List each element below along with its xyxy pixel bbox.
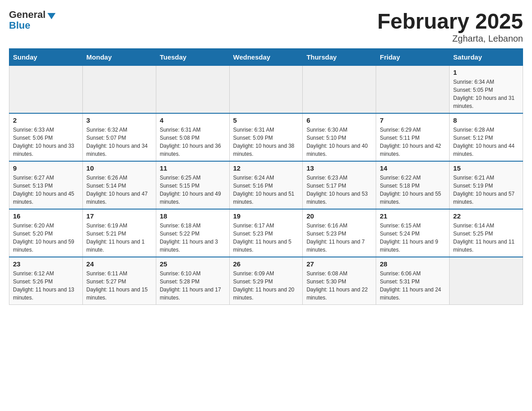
days-of-week-row: SundayMondayTuesdayWednesdayThursdayFrid… — [9, 49, 523, 66]
day-of-week-header: Thursday — [303, 49, 376, 66]
calendar-cell: 13Sunrise: 6:23 AM Sunset: 5:17 PM Dayli… — [303, 161, 376, 209]
day-number: 17 — [86, 212, 152, 220]
day-number: 8 — [453, 116, 519, 124]
day-info: Sunrise: 6:33 AM Sunset: 5:06 PM Dayligh… — [13, 126, 79, 158]
logo-general-text: General — [9, 9, 46, 21]
calendar-cell: 12Sunrise: 6:24 AM Sunset: 5:16 PM Dayli… — [229, 161, 303, 209]
day-number: 13 — [306, 164, 372, 172]
calendar-cell: 16Sunrise: 6:20 AM Sunset: 5:20 PM Dayli… — [9, 209, 83, 257]
day-number: 10 — [86, 164, 152, 172]
day-number: 4 — [160, 116, 226, 124]
day-number: 11 — [160, 164, 226, 172]
calendar-cell: 5Sunrise: 6:31 AM Sunset: 5:09 PM Daylig… — [229, 113, 303, 161]
day-info: Sunrise: 6:08 AM Sunset: 5:30 PM Dayligh… — [306, 270, 372, 302]
calendar-cell — [450, 257, 523, 305]
day-info: Sunrise: 6:31 AM Sunset: 5:08 PM Dayligh… — [160, 126, 226, 158]
day-info: Sunrise: 6:29 AM Sunset: 5:11 PM Dayligh… — [380, 126, 446, 158]
day-number: 20 — [306, 212, 372, 220]
calendar-cell: 23Sunrise: 6:12 AM Sunset: 5:26 PM Dayli… — [9, 257, 83, 305]
day-number: 24 — [86, 260, 152, 268]
calendar-cell: 14Sunrise: 6:22 AM Sunset: 5:18 PM Dayli… — [376, 161, 450, 209]
calendar-cell: 10Sunrise: 6:26 AM Sunset: 5:14 PM Dayli… — [82, 161, 156, 209]
page-title: February 2025 — [377, 9, 523, 34]
day-number: 23 — [13, 260, 79, 268]
day-info: Sunrise: 6:24 AM Sunset: 5:16 PM Dayligh… — [233, 174, 299, 206]
page-subtitle: Zgharta, Lebanon — [377, 34, 523, 44]
day-info: Sunrise: 6:27 AM Sunset: 5:13 PM Dayligh… — [13, 174, 79, 206]
day-info: Sunrise: 6:20 AM Sunset: 5:20 PM Dayligh… — [13, 222, 79, 254]
calendar-cell: 15Sunrise: 6:21 AM Sunset: 5:19 PM Dayli… — [450, 161, 523, 209]
day-info: Sunrise: 6:14 AM Sunset: 5:25 PM Dayligh… — [453, 222, 519, 254]
day-info: Sunrise: 6:18 AM Sunset: 5:22 PM Dayligh… — [160, 222, 226, 254]
day-number: 16 — [13, 212, 79, 220]
calendar-week-row: 9Sunrise: 6:27 AM Sunset: 5:13 PM Daylig… — [9, 161, 523, 209]
day-of-week-header: Wednesday — [229, 49, 303, 66]
calendar-cell: 6Sunrise: 6:30 AM Sunset: 5:10 PM Daylig… — [303, 113, 376, 161]
logo-arrow-icon — [47, 13, 56, 19]
calendar-week-row: 1Sunrise: 6:34 AM Sunset: 5:05 PM Daylig… — [9, 66, 523, 114]
logo: General Blue — [9, 9, 56, 31]
day-info: Sunrise: 6:06 AM Sunset: 5:31 PM Dayligh… — [380, 270, 446, 302]
calendar-week-row: 23Sunrise: 6:12 AM Sunset: 5:26 PM Dayli… — [9, 257, 523, 305]
day-info: Sunrise: 6:11 AM Sunset: 5:27 PM Dayligh… — [86, 270, 152, 302]
day-number: 22 — [453, 212, 519, 220]
day-number: 28 — [380, 260, 446, 268]
day-of-week-header: Tuesday — [156, 49, 229, 66]
day-of-week-header: Saturday — [450, 49, 523, 66]
calendar-header: SundayMondayTuesdayWednesdayThursdayFrid… — [9, 49, 523, 66]
calendar-cell: 27Sunrise: 6:08 AM Sunset: 5:30 PM Dayli… — [303, 257, 376, 305]
page-header: General Blue February 2025 Zgharta, Leba… — [9, 9, 523, 44]
calendar-cell — [376, 66, 450, 114]
day-info: Sunrise: 6:12 AM Sunset: 5:26 PM Dayligh… — [13, 270, 79, 302]
calendar-cell: 4Sunrise: 6:31 AM Sunset: 5:08 PM Daylig… — [156, 113, 229, 161]
calendar-cell: 19Sunrise: 6:17 AM Sunset: 5:23 PM Dayli… — [229, 209, 303, 257]
day-number: 5 — [233, 116, 299, 124]
day-info: Sunrise: 6:31 AM Sunset: 5:09 PM Dayligh… — [233, 126, 299, 158]
calendar-cell: 18Sunrise: 6:18 AM Sunset: 5:22 PM Dayli… — [156, 209, 229, 257]
calendar-cell — [82, 66, 156, 114]
day-info: Sunrise: 6:26 AM Sunset: 5:14 PM Dayligh… — [86, 174, 152, 206]
day-of-week-header: Friday — [376, 49, 450, 66]
day-info: Sunrise: 6:10 AM Sunset: 5:28 PM Dayligh… — [160, 270, 226, 302]
day-info: Sunrise: 6:22 AM Sunset: 5:18 PM Dayligh… — [380, 174, 446, 206]
day-info: Sunrise: 6:16 AM Sunset: 5:23 PM Dayligh… — [306, 222, 372, 254]
calendar-cell: 21Sunrise: 6:15 AM Sunset: 5:24 PM Dayli… — [376, 209, 450, 257]
calendar-cell: 9Sunrise: 6:27 AM Sunset: 5:13 PM Daylig… — [9, 161, 83, 209]
day-info: Sunrise: 6:15 AM Sunset: 5:24 PM Dayligh… — [380, 222, 446, 254]
calendar-table: SundayMondayTuesdayWednesdayThursdayFrid… — [9, 48, 523, 305]
day-info: Sunrise: 6:34 AM Sunset: 5:05 PM Dayligh… — [453, 78, 519, 110]
calendar-cell: 1Sunrise: 6:34 AM Sunset: 5:05 PM Daylig… — [450, 66, 523, 114]
day-info: Sunrise: 6:23 AM Sunset: 5:17 PM Dayligh… — [306, 174, 372, 206]
title-block: February 2025 Zgharta, Lebanon — [377, 9, 523, 44]
calendar-cell: 25Sunrise: 6:10 AM Sunset: 5:28 PM Dayli… — [156, 257, 229, 305]
day-info: Sunrise: 6:09 AM Sunset: 5:29 PM Dayligh… — [233, 270, 299, 302]
day-info: Sunrise: 6:21 AM Sunset: 5:19 PM Dayligh… — [453, 174, 519, 206]
day-number: 7 — [380, 116, 446, 124]
day-number: 6 — [306, 116, 372, 124]
day-number: 12 — [233, 164, 299, 172]
day-number: 26 — [233, 260, 299, 268]
day-number: 3 — [86, 116, 152, 124]
calendar-cell: 28Sunrise: 6:06 AM Sunset: 5:31 PM Dayli… — [376, 257, 450, 305]
day-number: 19 — [233, 212, 299, 220]
calendar-cell: 2Sunrise: 6:33 AM Sunset: 5:06 PM Daylig… — [9, 113, 83, 161]
day-info: Sunrise: 6:32 AM Sunset: 5:07 PM Dayligh… — [86, 126, 152, 158]
calendar-cell: 22Sunrise: 6:14 AM Sunset: 5:25 PM Dayli… — [450, 209, 523, 257]
calendar-week-row: 2Sunrise: 6:33 AM Sunset: 5:06 PM Daylig… — [9, 113, 523, 161]
calendar-cell — [303, 66, 376, 114]
calendar-cell: 26Sunrise: 6:09 AM Sunset: 5:29 PM Dayli… — [229, 257, 303, 305]
day-number: 9 — [13, 164, 79, 172]
calendar-cell: 8Sunrise: 6:28 AM Sunset: 5:12 PM Daylig… — [450, 113, 523, 161]
day-info: Sunrise: 6:25 AM Sunset: 5:15 PM Dayligh… — [160, 174, 226, 206]
day-number: 18 — [160, 212, 226, 220]
calendar-cell: 20Sunrise: 6:16 AM Sunset: 5:23 PM Dayli… — [303, 209, 376, 257]
calendar-cell — [156, 66, 229, 114]
day-number: 25 — [160, 260, 226, 268]
day-of-week-header: Sunday — [9, 49, 83, 66]
logo-blue-text: Blue — [9, 20, 30, 31]
calendar-cell: 7Sunrise: 6:29 AM Sunset: 5:11 PM Daylig… — [376, 113, 450, 161]
day-number: 1 — [453, 68, 519, 76]
day-info: Sunrise: 6:30 AM Sunset: 5:10 PM Dayligh… — [306, 126, 372, 158]
calendar-body: 1Sunrise: 6:34 AM Sunset: 5:05 PM Daylig… — [9, 66, 523, 305]
calendar-cell: 17Sunrise: 6:19 AM Sunset: 5:21 PM Dayli… — [82, 209, 156, 257]
